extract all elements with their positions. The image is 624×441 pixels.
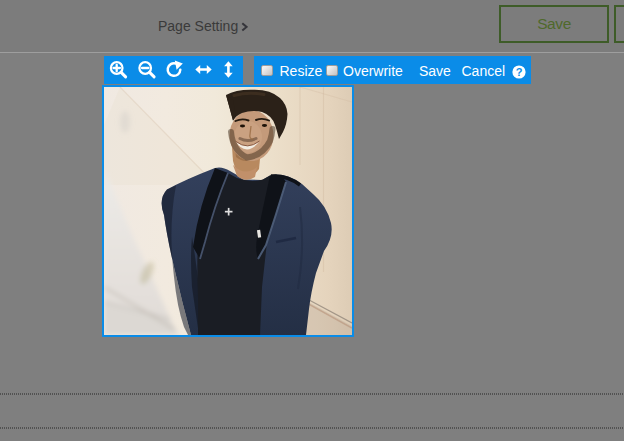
svg-text:?: ? xyxy=(516,65,523,77)
